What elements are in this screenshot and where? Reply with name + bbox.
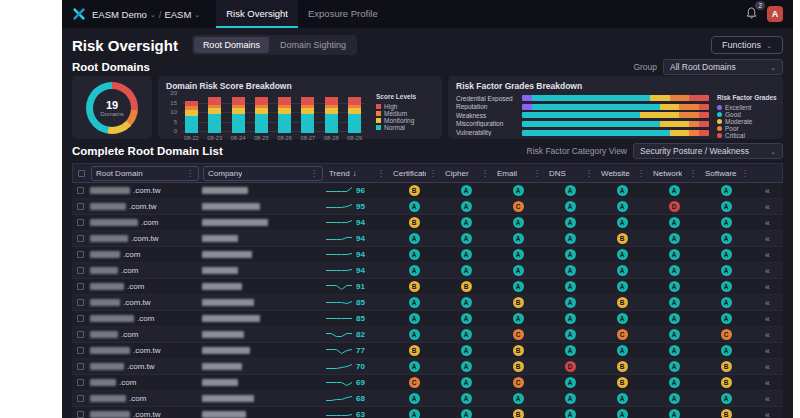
grade-badge-a[interactable]: A <box>669 361 680 372</box>
grade-badge-a[interactable]: A <box>669 345 680 356</box>
column-menu-icon[interactable]: ⋮ <box>481 169 489 178</box>
grade-badge-a[interactable]: A <box>721 281 732 292</box>
grade-badge-b[interactable]: B <box>617 297 628 308</box>
column-menu-icon[interactable]: ⋮ <box>377 169 385 178</box>
col-header-website[interactable]: Website⋮ <box>597 164 649 182</box>
grade-badge-a[interactable]: A <box>565 313 576 324</box>
grade-badge-a[interactable]: A <box>461 361 472 372</box>
table-row[interactable]: .com69CACABAB« <box>72 375 783 391</box>
grade-badge-b[interactable]: B <box>409 185 420 196</box>
grade-badge-a[interactable]: A <box>721 185 732 196</box>
grade-badge-a[interactable]: A <box>669 217 680 228</box>
grade-badge-a[interactable]: A <box>513 233 524 244</box>
grade-badge-a[interactable]: A <box>617 217 628 228</box>
grade-badge-b[interactable]: B <box>409 281 420 292</box>
expand-row-icon[interactable]: « <box>752 247 783 262</box>
grade-badge-d[interactable]: D <box>565 361 576 372</box>
grade-badge-a[interactable]: A <box>513 281 524 292</box>
toggle-root-domains[interactable]: Root Domains <box>194 37 269 53</box>
expand-row-icon[interactable]: « <box>752 391 783 406</box>
grade-badge-a[interactable]: A <box>669 409 680 418</box>
expand-row-icon[interactable]: « <box>752 359 783 374</box>
workspace-name[interactable]: EASM Demo <box>92 9 147 20</box>
grade-badge-b[interactable]: B <box>513 409 524 418</box>
grade-badge-a[interactable]: A <box>409 313 420 324</box>
sort-desc-icon[interactable]: ↓ <box>353 169 357 178</box>
grade-badge-a[interactable]: A <box>409 297 420 308</box>
expand-row-icon[interactable]: « <box>752 343 783 358</box>
expand-row-icon[interactable]: « <box>752 215 783 230</box>
grade-badge-b[interactable]: B <box>617 361 628 372</box>
expand-row-icon[interactable]: « <box>752 231 783 246</box>
grade-badge-a[interactable]: A <box>721 217 732 228</box>
grade-badge-a[interactable]: A <box>669 249 680 260</box>
col-header-root-domain[interactable]: Root Domain⋮ <box>89 164 201 182</box>
grade-badge-c[interactable]: C <box>409 377 420 388</box>
expand-row-icon[interactable]: « <box>752 311 783 326</box>
nav-tab-risk-oversight[interactable]: Risk Oversight <box>216 0 298 28</box>
grade-badge-a[interactable]: A <box>461 409 472 418</box>
grade-badge-b[interactable]: B <box>513 361 524 372</box>
grade-badge-a[interactable]: A <box>721 233 732 244</box>
grade-badge-a[interactable]: A <box>617 345 628 356</box>
grade-badge-a[interactable]: A <box>461 233 472 244</box>
row-checkbox[interactable] <box>77 283 84 290</box>
table-row[interactable]: .com.tw77BABAAAA« <box>72 343 783 359</box>
grade-badge-b[interactable]: B <box>721 409 732 418</box>
grade-badge-c[interactable]: C <box>513 377 524 388</box>
grade-badge-a[interactable]: A <box>565 249 576 260</box>
table-row[interactable]: .com91BBAAAAA« <box>72 279 783 295</box>
grade-badge-a[interactable]: A <box>461 265 472 276</box>
col-header-network[interactable]: Network⋮ <box>649 164 701 182</box>
col-header-cipher[interactable]: Cipher⋮ <box>441 164 493 182</box>
grade-badge-a[interactable]: A <box>721 393 732 404</box>
row-checkbox[interactable] <box>77 395 84 402</box>
column-menu-icon[interactable]: ⋮ <box>310 169 318 178</box>
grade-badge-a[interactable]: A <box>461 313 472 324</box>
grade-badge-a[interactable]: A <box>513 249 524 260</box>
column-menu-icon[interactable]: ⋮ <box>429 169 437 178</box>
grade-badge-a[interactable]: A <box>565 281 576 292</box>
grade-badge-a[interactable]: A <box>565 297 576 308</box>
grade-badge-a[interactable]: A <box>721 297 732 308</box>
table-row[interactable]: .com.tw85AABABAA« <box>72 295 783 311</box>
grade-badge-a[interactable]: A <box>617 201 628 212</box>
row-checkbox[interactable] <box>77 203 84 210</box>
grade-badge-b[interactable]: B <box>617 233 628 244</box>
expand-row-icon[interactable]: « <box>752 295 783 310</box>
grade-badge-a[interactable]: A <box>461 329 472 340</box>
grade-badge-a[interactable]: A <box>565 345 576 356</box>
grade-badge-a[interactable]: A <box>513 217 524 228</box>
grade-badge-a[interactable]: A <box>565 265 576 276</box>
expand-row-icon[interactable]: « <box>752 183 783 198</box>
grade-badge-a[interactable]: A <box>669 185 680 196</box>
row-checkbox[interactable] <box>77 235 84 242</box>
notifications-button[interactable]: 2 <box>746 5 757 23</box>
grade-badge-a[interactable]: A <box>565 233 576 244</box>
group-select[interactable]: All Root Domains ⌄ <box>663 59 783 75</box>
user-avatar[interactable]: A <box>767 6 783 22</box>
grade-badge-a[interactable]: A <box>565 217 576 228</box>
row-checkbox[interactable] <box>77 219 84 226</box>
grade-badge-a[interactable]: A <box>721 313 732 324</box>
grade-badge-a[interactable]: A <box>513 265 524 276</box>
column-menu-icon[interactable]: ⋮ <box>741 169 749 178</box>
grade-badge-a[interactable]: A <box>669 281 680 292</box>
grade-badge-b[interactable]: B <box>721 361 732 372</box>
row-checkbox[interactable] <box>77 331 84 338</box>
functions-button[interactable]: Functions ⌄ <box>711 36 783 54</box>
row-checkbox[interactable] <box>77 251 84 258</box>
grade-badge-a[interactable]: A <box>409 393 420 404</box>
grade-badge-a[interactable]: A <box>565 409 576 418</box>
grade-badge-a[interactable]: A <box>409 233 420 244</box>
table-row[interactable]: .com94AAAAAAA« <box>72 263 783 279</box>
column-menu-icon[interactable]: ⋮ <box>186 169 194 178</box>
grade-badge-a[interactable]: A <box>565 393 576 404</box>
grade-badge-a[interactable]: A <box>669 377 680 388</box>
grade-badge-a[interactable]: A <box>461 185 472 196</box>
table-row[interactable]: .com68AAAAAAA« <box>72 391 783 407</box>
col-header-email[interactable]: Email⋮ <box>493 164 545 182</box>
grade-badge-a[interactable]: A <box>669 393 680 404</box>
grade-badge-a[interactable]: A <box>409 361 420 372</box>
grade-badge-c[interactable]: C <box>617 329 628 340</box>
